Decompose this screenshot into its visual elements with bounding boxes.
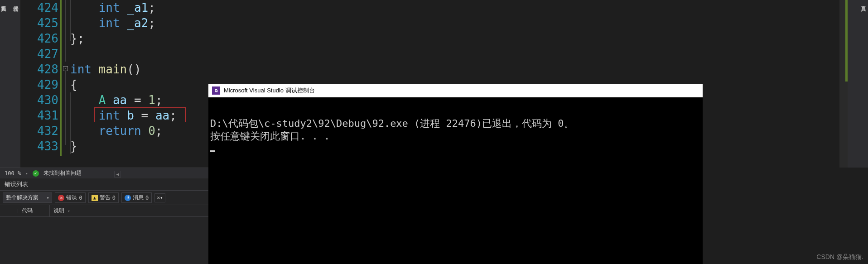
errors-toggle[interactable]: ✕ 错误 0 xyxy=(55,192,85,203)
filter-icon: ✕▾ xyxy=(157,195,163,201)
error-icon: ✕ xyxy=(58,195,64,201)
debug-console-window[interactable]: ⧉ Microsoft Visual Studio 调试控制台 D:\代码包\c… xyxy=(208,84,703,264)
line-number: 426 xyxy=(20,31,61,46)
code-line: int b = aa; xyxy=(70,108,177,123)
outlining-margin[interactable]: - xyxy=(63,0,69,168)
code-line: }; xyxy=(70,31,177,46)
code-line xyxy=(70,46,177,62)
debug-console-output[interactable]: D:\代码包\c-study2\92\Debug\92.exe (进程 2247… xyxy=(208,97,703,175)
console-cursor xyxy=(210,150,215,152)
vs-icon: ⧉ xyxy=(212,86,220,95)
left-tab-toolbox[interactable]: 工具箱 xyxy=(0,2,7,166)
warnings-toggle[interactable]: ▲ 警告 0 xyxy=(88,192,119,203)
code-line: int _a2; xyxy=(70,15,177,31)
left-tab-manager[interactable]: 管理器 xyxy=(12,2,19,166)
error-list-columns: 代码 说明 ▾ xyxy=(0,205,208,217)
editor-status-bar: 100 % ▾ ✓ 未找到相关问题 ◀ xyxy=(0,168,208,178)
info-icon: i xyxy=(125,195,131,201)
console-line: 按任意键关闭此窗口. . . xyxy=(210,130,330,142)
line-number: 425 xyxy=(20,15,61,31)
code-area[interactable]: int _a1; int _a2; }; int main() { A aa =… xyxy=(70,0,177,154)
code-line: int main() xyxy=(70,62,177,77)
code-line: } xyxy=(70,139,177,154)
line-number: 428 xyxy=(20,62,61,77)
line-number: 433 xyxy=(20,139,61,154)
code-line: A aa = 1; xyxy=(70,92,177,108)
line-number: 432 xyxy=(20,123,61,139)
check-icon: ✓ xyxy=(33,170,39,177)
line-number: 424 xyxy=(20,0,61,15)
line-number-gutter: 424 425 426 427 428 429 430 431 432 433 xyxy=(20,0,61,168)
watermark: CSDN @朵猫猫. xyxy=(816,253,863,261)
chevron-down-icon: ▾ xyxy=(47,196,49,200)
console-line: D:\代码包\c-study2\92\Debug\92.exe (进程 2247… xyxy=(210,118,574,129)
minimap-scrollbar[interactable] xyxy=(839,0,848,168)
scope-combo[interactable]: 整个解决方案 ▾ xyxy=(3,192,52,203)
nav-left-button[interactable]: ◀ xyxy=(114,171,121,178)
messages-toggle[interactable]: i 消息 0 xyxy=(121,192,152,203)
left-tool-tabs[interactable]: 管理器 工具箱 xyxy=(0,0,20,168)
line-number: 431 xyxy=(20,108,61,123)
col-desc[interactable]: 说明 ▾ xyxy=(50,205,104,216)
debug-console-title: Microsoft Visual Studio 调试控制台 xyxy=(224,86,315,95)
fold-toggle[interactable]: - xyxy=(63,66,68,71)
error-list-panel: 错误列表 整个解决方案 ▾ ✕ 错误 0 ▲ 警告 0 i 消息 0 ✕▾ 代码… xyxy=(0,178,208,264)
debug-console-titlebar[interactable]: ⧉ Microsoft Visual Studio 调试控制台 xyxy=(208,84,703,97)
line-number: 429 xyxy=(20,77,61,92)
right-tool-tabs[interactable]: 工具 xyxy=(848,0,868,168)
code-line: return 0; xyxy=(70,123,177,139)
fold-guide xyxy=(65,71,66,145)
fold-guide xyxy=(65,0,66,62)
scrollbar-changes xyxy=(845,0,848,82)
col-code[interactable]: 代码 xyxy=(18,205,50,216)
code-line: { xyxy=(70,77,177,92)
change-margin xyxy=(60,0,62,156)
error-list-title: 错误列表 xyxy=(0,178,208,191)
line-number: 427 xyxy=(20,46,61,62)
code-line: int _a1; xyxy=(70,0,177,15)
filter-button[interactable]: ✕▾ xyxy=(154,193,165,202)
warning-icon: ▲ xyxy=(92,195,98,201)
no-issues-label: 未找到相关问题 xyxy=(43,169,82,177)
zoom-level[interactable]: 100 % xyxy=(5,170,21,177)
line-number: 430 xyxy=(20,92,61,108)
error-list-toolbar: 整个解决方案 ▾ ✕ 错误 0 ▲ 警告 0 i 消息 0 ✕▾ xyxy=(0,191,208,205)
